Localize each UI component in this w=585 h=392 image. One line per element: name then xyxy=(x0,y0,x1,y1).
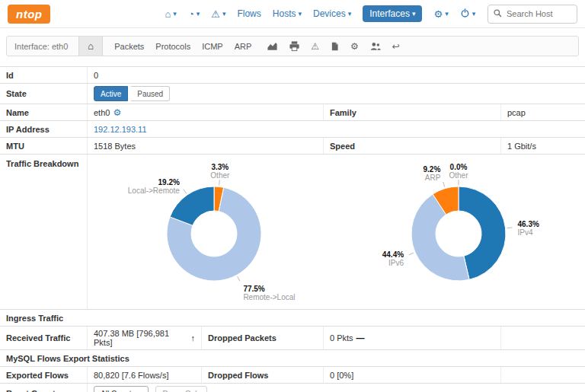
donut-label-line xyxy=(408,253,413,255)
gear-icon[interactable]: ⚙ xyxy=(350,42,359,51)
nav-devices[interactable]: Devices ▾ xyxy=(313,8,351,19)
minus-icon: — xyxy=(356,333,365,343)
donut-slice-name: IPv4 xyxy=(517,228,532,237)
nav-flows-label: Flows xyxy=(237,8,261,19)
tab-packets[interactable]: Packets xyxy=(114,42,144,51)
toolbar-icon-group: ⚠ ⚙ ↩ xyxy=(267,40,400,52)
received-traffic-value-cell: 407.38 MB [796,981 Pkts] ↑ xyxy=(88,327,202,349)
table-row-received: Received Traffic 407.38 MB [796,981 Pkts… xyxy=(0,327,585,350)
printer-icon[interactable] xyxy=(289,40,300,52)
reset-counters-label: Reset Counters xyxy=(0,384,88,392)
donut-slice-name: Local->Remote xyxy=(128,186,181,194)
undo-icon[interactable]: ↩ xyxy=(392,42,400,51)
donut-slice-name: ARP xyxy=(425,174,441,182)
power-icon xyxy=(460,8,470,21)
traffic-direction-donut: 3.3%Other77.5%Remote->Local19.2%Local->R… xyxy=(100,158,328,307)
tab-icmp[interactable]: ICMP xyxy=(202,42,223,51)
nav-hosts-label: Hosts xyxy=(273,8,296,19)
ip-value-cell: 192.12.193.11 xyxy=(88,121,585,137)
exported-flows-label: Exported Flows xyxy=(0,367,88,383)
tab-protocols[interactable]: Protocols xyxy=(155,42,190,51)
tab-arp[interactable]: ARP xyxy=(235,42,252,51)
ntop-logo-text: ntop xyxy=(16,8,42,21)
mtu-label: MTU xyxy=(0,138,88,154)
interface-toolbar: Interface: eth0 ⌂ Packets Protocols ICMP… xyxy=(6,36,579,56)
area-chart-icon[interactable] xyxy=(267,40,278,52)
ntop-logo[interactable]: ntop xyxy=(8,5,50,24)
table-row-traffic-breakdown: Traffic Breakdown 3.3%Other77.5%Remote->… xyxy=(0,155,585,310)
table-row-ingress-header: Ingress Traffic xyxy=(0,310,585,327)
donut-slice-name: IPv6 xyxy=(388,258,404,266)
document-icon[interactable] xyxy=(330,41,340,52)
table-row-state: State ActivePaused xyxy=(0,84,585,104)
empty-cell xyxy=(501,367,585,383)
empty-cell xyxy=(501,327,585,349)
received-traffic-value: 407.38 MB [796,981 Pkts] xyxy=(94,329,188,347)
donut-label-line xyxy=(219,180,220,185)
state-paused-button[interactable]: Paused xyxy=(131,86,170,101)
caret-down-icon: ▾ xyxy=(472,11,476,18)
gear-icon: ⚙ xyxy=(433,9,443,19)
nav-interfaces-label: Interfaces xyxy=(369,8,410,19)
traffic-breakdown-label: Traffic Breakdown xyxy=(0,155,88,309)
search-input[interactable] xyxy=(507,9,569,18)
family-value: pcap xyxy=(501,104,585,120)
reset-counters-buttons: All Counters Drops Only xyxy=(88,384,585,392)
table-row-exported: Exported Flows 80,820 [7.6 Flows/s] Drop… xyxy=(0,367,585,384)
donut-slice-name: Remote->Local xyxy=(244,293,296,301)
mtu-value: 1518 Bytes xyxy=(88,138,324,154)
nav-home[interactable]: ⌂ ▾ xyxy=(165,9,176,19)
ip-label: IP Address xyxy=(0,121,88,137)
home-icon: ⌂ xyxy=(165,9,171,19)
ingress-traffic-header: Ingress Traffic xyxy=(0,310,585,326)
name-label: Name xyxy=(0,104,88,120)
traffic-breakdown-charts: 3.3%Other77.5%Remote->Local19.2%Local->R… xyxy=(88,155,585,309)
nav-dashboard[interactable]: ◔ ▾ xyxy=(188,9,200,19)
configure-interface-icon[interactable]: ⚙ xyxy=(113,107,121,118)
dropped-flows-label: Dropped Flows xyxy=(202,367,324,383)
ip-address-link[interactable]: 192.12.193.11 xyxy=(94,125,147,134)
reset-drops-only-button[interactable]: Drops Only xyxy=(155,386,207,392)
table-row-reset: Reset Counters All Counters Drops Only xyxy=(0,384,585,392)
nav-flows[interactable]: Flows xyxy=(237,8,261,19)
donut-label-line xyxy=(443,181,444,186)
state-label: State xyxy=(0,84,88,104)
name-value: eth0 xyxy=(94,108,110,117)
nav-power[interactable]: ▾ xyxy=(460,8,476,21)
family-label: Family xyxy=(324,104,501,120)
interface-details-table: Id 0 State ActivePaused Name eth0 ⚙ Fami… xyxy=(0,66,585,392)
speed-label: Speed xyxy=(324,138,501,154)
nav-hosts[interactable]: Hosts ▾ xyxy=(273,8,302,19)
nav-alerts[interactable]: ⚠ ▾ xyxy=(211,9,225,19)
donut-slice-percent: 0.0% xyxy=(449,163,467,171)
table-row-mtu: MTU 1518 Bytes Speed 1 Gbit/s xyxy=(0,138,585,155)
search-box xyxy=(488,5,577,24)
nav-settings[interactable]: ⚙ ▾ xyxy=(433,9,448,19)
reset-all-counters-button[interactable]: All Counters xyxy=(94,386,149,392)
table-row-name: Name eth0 ⚙ Family pcap xyxy=(0,104,585,121)
dashboard-icon: ◔ xyxy=(188,9,194,19)
exported-flows-value: 80,820 [7.6 Flows/s] xyxy=(88,367,202,383)
donut-slice-percent: 3.3% xyxy=(212,163,229,171)
state-active-button[interactable]: Active xyxy=(94,86,128,101)
mysql-export-header: MySQL Flows Export Statistics xyxy=(0,350,585,366)
caret-down-icon: ▾ xyxy=(222,11,226,18)
arrow-up-icon: ↑ xyxy=(191,333,196,343)
dropped-packets-label: Dropped Packets xyxy=(202,327,324,349)
interface-label: Interface: eth0 xyxy=(14,42,68,51)
donut-label-line xyxy=(507,227,512,228)
tab-overview[interactable]: ⌂ xyxy=(78,37,103,56)
table-row-mysql-header: MySQL Flows Export Statistics xyxy=(0,350,585,367)
top-navbar: ntop ⌂ ▾ ◔ ▾ ⚠ ▾ Flows Hosts ▾ Devices ▾… xyxy=(0,0,585,28)
caret-down-icon: ▾ xyxy=(412,11,416,18)
nav-interfaces[interactable]: Interfaces ▾ xyxy=(363,5,422,22)
speed-value: 1 Gbit/s xyxy=(501,138,585,154)
users-icon[interactable] xyxy=(369,41,382,52)
dropped-packets-value: 0 Pkts xyxy=(330,333,353,343)
donut-label-line xyxy=(238,276,240,281)
dropped-flows-value: 0 [0%] xyxy=(324,367,501,383)
state-value: ActivePaused xyxy=(88,84,585,104)
alert-triangle-icon[interactable]: ⚠ xyxy=(311,42,319,51)
alert-triangle-icon: ⚠ xyxy=(211,9,220,19)
donut-slice-percent: 77.5% xyxy=(244,285,265,293)
